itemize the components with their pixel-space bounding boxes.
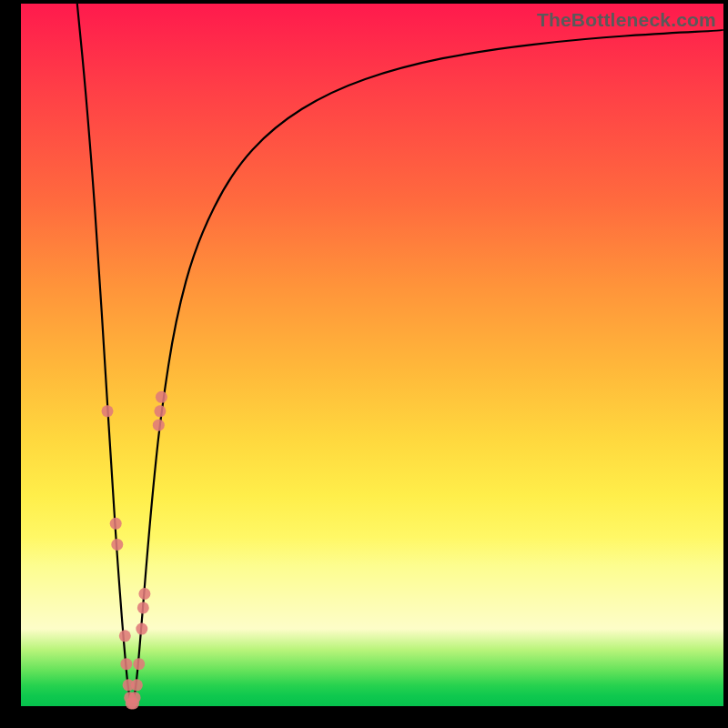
marker-dot: [110, 518, 122, 530]
plot-area: TheBottleneck.com: [21, 4, 723, 706]
marker-dot: [156, 391, 167, 403]
marker-dot: [137, 602, 149, 613]
marker-dot: [102, 405, 114, 417]
marker-dot: [131, 679, 143, 691]
marker-dot: [120, 658, 132, 670]
marker-dot: [129, 692, 141, 703]
marker-dot: [153, 420, 165, 431]
marker-dot: [111, 539, 123, 551]
chart-frame: TheBottleneck.com: [0, 0, 728, 728]
marker-dot: [119, 630, 131, 642]
bottleneck-curve: [77, 4, 723, 703]
marker-dot: [133, 658, 145, 670]
marker-dot: [138, 588, 150, 600]
marker-dot: [136, 623, 147, 635]
curve-layer: [21, 4, 723, 706]
marker-dot: [154, 405, 166, 417]
